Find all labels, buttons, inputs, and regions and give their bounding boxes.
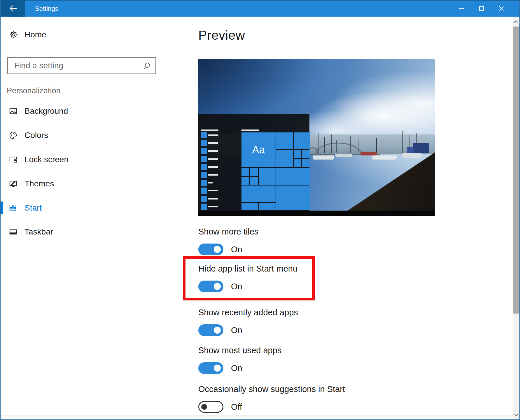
- preview-tile: [276, 168, 310, 185]
- toggle-knob: [214, 246, 221, 253]
- sidebar-item-taskbar[interactable]: Taskbar: [1, 225, 164, 239]
- sidebar-item-label: Themes: [24, 177, 54, 191]
- preview-tile: [259, 203, 276, 210]
- preview-app-label-line: [208, 142, 218, 144]
- minimize-icon: [458, 5, 465, 12]
- vertical-scrollbar[interactable]: [513, 17, 519, 420]
- scroll-down-button[interactable]: [513, 410, 519, 420]
- toggle-show-more-tiles[interactable]: [198, 244, 223, 255]
- preview-app-label-line: [208, 206, 218, 207]
- toggle-knob: [214, 327, 221, 334]
- search-icon[interactable]: [143, 62, 151, 70]
- preview-tile: Aa: [241, 132, 276, 167]
- preview-tile: [276, 150, 293, 167]
- gear-icon: [9, 30, 18, 39]
- toggle-knob: [201, 404, 207, 410]
- preview-app-tile: [201, 196, 207, 202]
- preview-image: Aa: [198, 59, 435, 216]
- toggle-state-label: Off: [231, 401, 242, 413]
- preview-harbor-detail: [372, 155, 397, 160]
- sidebar-item-lock-screen[interactable]: Lock screen: [1, 153, 164, 167]
- minimize-button[interactable]: [452, 0, 472, 17]
- preview-harbor-detail: [331, 134, 332, 153]
- preview-app-tile: [201, 204, 207, 210]
- chevron-up-icon: [514, 20, 519, 23]
- preview-app-tile: [201, 148, 207, 154]
- preview-tile: [241, 186, 276, 202]
- preview-app-label-line: [208, 182, 213, 183]
- sidebar-item-label: Taskbar: [24, 225, 53, 239]
- titlebar: Settings: [1, 0, 519, 17]
- toggle-state-label: On: [231, 281, 242, 292]
- page-title: Preview: [198, 28, 245, 43]
- sidebar-item-label: Colors: [24, 128, 48, 142]
- setting-show-more-tiles: Show more tiles On: [198, 227, 332, 257]
- image-icon: [9, 107, 17, 116]
- sidebar-item-start[interactable]: Start: [1, 201, 164, 215]
- window-controls: [452, 0, 511, 17]
- maximize-button[interactable]: [472, 0, 491, 17]
- toggle-knob: [214, 365, 221, 372]
- lock-screen-icon: [9, 155, 17, 164]
- toggle-state-label: On: [231, 324, 242, 336]
- toggle-knob: [214, 283, 221, 290]
- preview-tile: [250, 177, 258, 185]
- preview-harbor-detail: [360, 152, 377, 155]
- toggle-hide-app-list[interactable]: [198, 281, 223, 292]
- sidebar-item-themes[interactable]: Themes: [1, 177, 164, 191]
- preview-tile: [294, 159, 301, 167]
- toggle-show-most-used[interactable]: [198, 362, 223, 374]
- preview-harbor-detail: [413, 143, 429, 153]
- toggle-show-recently-added[interactable]: [198, 324, 223, 336]
- preview-harbor-detail: [402, 153, 421, 158]
- toggle-show-suggestions[interactable]: [198, 401, 223, 413]
- window-title: Settings: [35, 0, 58, 17]
- setting-show-suggestions: Occasionally show suggestions in Start O…: [198, 384, 332, 415]
- close-button[interactable]: [491, 0, 511, 17]
- preview-tile: [294, 132, 310, 149]
- back-arrow-icon: [8, 4, 18, 13]
- search-box: [7, 57, 156, 74]
- preview-app-tile: [201, 180, 207, 186]
- chevron-down-icon: [514, 414, 519, 416]
- scroll-up-button[interactable]: [513, 17, 519, 27]
- preview-app-label-line: [208, 158, 218, 160]
- back-button[interactable]: [1, 0, 25, 17]
- sidebar-item-home[interactable]: Home: [1, 28, 164, 42]
- preview-tile: [250, 168, 258, 176]
- preview-app-label-line: [208, 166, 218, 168]
- taskbar-icon: [9, 228, 17, 236]
- sidebar-item-label: Background: [24, 104, 68, 118]
- preview-harbor-detail: [358, 139, 358, 153]
- preview-app-tile: [201, 132, 207, 138]
- preview-tile: [302, 150, 310, 158]
- preview-harbor-detail: [324, 137, 325, 153]
- preview-app-label-line: [208, 150, 218, 152]
- search-input[interactable]: [8, 58, 155, 74]
- start-tiles-icon: [9, 204, 17, 212]
- scrollbar-thumb[interactable]: [513, 27, 519, 314]
- preview-harbor-detail: [335, 154, 352, 157]
- setting-label: Show most used apps: [198, 346, 281, 355]
- preview-app-tile: [201, 172, 207, 178]
- preview-menu-header-line: [241, 130, 259, 131]
- themes-icon: [9, 179, 17, 188]
- toggle-state-label: On: [231, 244, 242, 255]
- preview-tile: [241, 168, 249, 176]
- preview-start-menu: Aa: [198, 114, 309, 211]
- preview-app-label-line: [208, 174, 218, 176]
- preview-harbor-detail: [318, 133, 318, 154]
- sidebar-item-background[interactable]: Background: [1, 104, 164, 118]
- preview-app-label-line: [208, 198, 218, 200]
- preview-app-tile: [201, 156, 207, 162]
- setting-label: Hide app list in Start menu: [198, 264, 297, 274]
- preview-harbor-detail: [336, 140, 337, 153]
- sidebar-item-colors[interactable]: Colors: [1, 128, 164, 142]
- setting-hide-app-list: Hide app list in Start menu On: [198, 264, 332, 294]
- settings-window: Settings Home: [0, 0, 520, 420]
- preview-app-tile: [201, 140, 207, 146]
- preview-harbor-detail: [407, 147, 414, 153]
- section-header-personalization: Personalization: [7, 86, 61, 95]
- preview-tile: [241, 177, 249, 185]
- preview-tile: [276, 132, 293, 149]
